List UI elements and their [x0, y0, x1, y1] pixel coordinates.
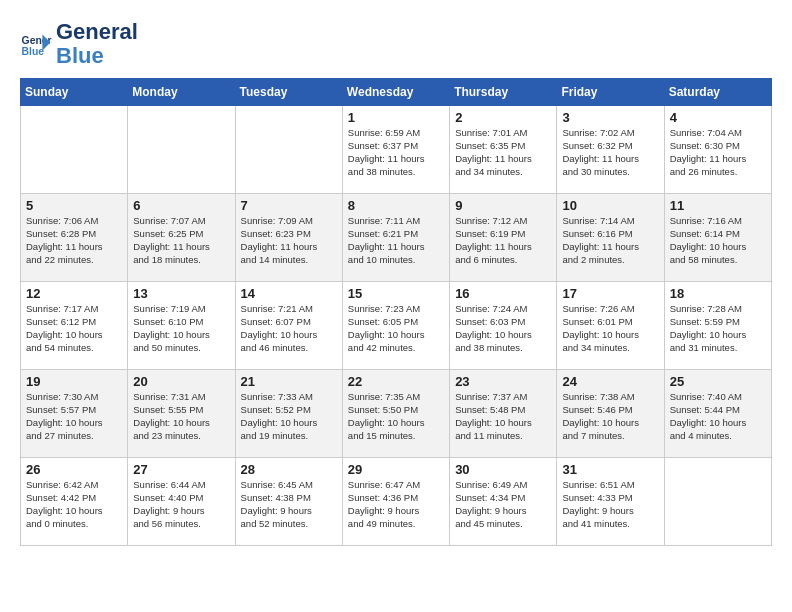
cell-info: Sunrise: 6:49 AM Sunset: 4:34 PM Dayligh…	[455, 479, 551, 530]
calendar-cell: 27Sunrise: 6:44 AM Sunset: 4:40 PM Dayli…	[128, 458, 235, 546]
calendar-cell: 26Sunrise: 6:42 AM Sunset: 4:42 PM Dayli…	[21, 458, 128, 546]
day-number: 11	[670, 198, 766, 213]
day-number: 10	[562, 198, 658, 213]
calendar-table: SundayMondayTuesdayWednesdayThursdayFrid…	[20, 78, 772, 546]
cell-info: Sunrise: 7:14 AM Sunset: 6:16 PM Dayligh…	[562, 215, 658, 266]
day-number: 26	[26, 462, 122, 477]
calendar-cell	[21, 106, 128, 194]
cell-info: Sunrise: 7:40 AM Sunset: 5:44 PM Dayligh…	[670, 391, 766, 442]
weekday-header-tuesday: Tuesday	[235, 79, 342, 106]
calendar-cell: 15Sunrise: 7:23 AM Sunset: 6:05 PM Dayli…	[342, 282, 449, 370]
logo: General Blue GeneralBlue	[20, 20, 138, 68]
cell-info: Sunrise: 7:28 AM Sunset: 5:59 PM Dayligh…	[670, 303, 766, 354]
day-number: 17	[562, 286, 658, 301]
day-number: 20	[133, 374, 229, 389]
cell-info: Sunrise: 7:16 AM Sunset: 6:14 PM Dayligh…	[670, 215, 766, 266]
weekday-header-monday: Monday	[128, 79, 235, 106]
calendar-cell: 30Sunrise: 6:49 AM Sunset: 4:34 PM Dayli…	[450, 458, 557, 546]
cell-info: Sunrise: 7:04 AM Sunset: 6:30 PM Dayligh…	[670, 127, 766, 178]
day-number: 29	[348, 462, 444, 477]
day-number: 21	[241, 374, 337, 389]
page-header: General Blue GeneralBlue	[20, 20, 772, 68]
cell-info: Sunrise: 7:26 AM Sunset: 6:01 PM Dayligh…	[562, 303, 658, 354]
calendar-cell: 17Sunrise: 7:26 AM Sunset: 6:01 PM Dayli…	[557, 282, 664, 370]
calendar-cell: 19Sunrise: 7:30 AM Sunset: 5:57 PM Dayli…	[21, 370, 128, 458]
calendar-cell: 6Sunrise: 7:07 AM Sunset: 6:25 PM Daylig…	[128, 194, 235, 282]
weekday-header-sunday: Sunday	[21, 79, 128, 106]
day-number: 6	[133, 198, 229, 213]
calendar-cell: 20Sunrise: 7:31 AM Sunset: 5:55 PM Dayli…	[128, 370, 235, 458]
day-number: 23	[455, 374, 551, 389]
cell-info: Sunrise: 6:42 AM Sunset: 4:42 PM Dayligh…	[26, 479, 122, 530]
day-number: 9	[455, 198, 551, 213]
calendar-cell: 1Sunrise: 6:59 AM Sunset: 6:37 PM Daylig…	[342, 106, 449, 194]
weekday-header-saturday: Saturday	[664, 79, 771, 106]
cell-info: Sunrise: 7:02 AM Sunset: 6:32 PM Dayligh…	[562, 127, 658, 178]
day-number: 5	[26, 198, 122, 213]
calendar-cell: 3Sunrise: 7:02 AM Sunset: 6:32 PM Daylig…	[557, 106, 664, 194]
calendar-cell: 13Sunrise: 7:19 AM Sunset: 6:10 PM Dayli…	[128, 282, 235, 370]
weekday-header-wednesday: Wednesday	[342, 79, 449, 106]
calendar-cell	[664, 458, 771, 546]
day-number: 30	[455, 462, 551, 477]
calendar-cell: 24Sunrise: 7:38 AM Sunset: 5:46 PM Dayli…	[557, 370, 664, 458]
logo-text: GeneralBlue	[56, 20, 138, 68]
cell-info: Sunrise: 7:19 AM Sunset: 6:10 PM Dayligh…	[133, 303, 229, 354]
calendar-cell: 2Sunrise: 7:01 AM Sunset: 6:35 PM Daylig…	[450, 106, 557, 194]
cell-info: Sunrise: 7:38 AM Sunset: 5:46 PM Dayligh…	[562, 391, 658, 442]
calendar-cell: 7Sunrise: 7:09 AM Sunset: 6:23 PM Daylig…	[235, 194, 342, 282]
day-number: 12	[26, 286, 122, 301]
calendar-cell: 4Sunrise: 7:04 AM Sunset: 6:30 PM Daylig…	[664, 106, 771, 194]
calendar-cell: 10Sunrise: 7:14 AM Sunset: 6:16 PM Dayli…	[557, 194, 664, 282]
cell-info: Sunrise: 7:09 AM Sunset: 6:23 PM Dayligh…	[241, 215, 337, 266]
day-number: 7	[241, 198, 337, 213]
cell-info: Sunrise: 6:45 AM Sunset: 4:38 PM Dayligh…	[241, 479, 337, 530]
cell-info: Sunrise: 7:17 AM Sunset: 6:12 PM Dayligh…	[26, 303, 122, 354]
day-number: 15	[348, 286, 444, 301]
cell-info: Sunrise: 7:37 AM Sunset: 5:48 PM Dayligh…	[455, 391, 551, 442]
calendar-cell	[128, 106, 235, 194]
cell-info: Sunrise: 7:06 AM Sunset: 6:28 PM Dayligh…	[26, 215, 122, 266]
day-number: 14	[241, 286, 337, 301]
calendar-cell	[235, 106, 342, 194]
cell-info: Sunrise: 6:51 AM Sunset: 4:33 PM Dayligh…	[562, 479, 658, 530]
calendar-cell: 28Sunrise: 6:45 AM Sunset: 4:38 PM Dayli…	[235, 458, 342, 546]
logo-icon: General Blue	[20, 28, 52, 60]
calendar-cell: 18Sunrise: 7:28 AM Sunset: 5:59 PM Dayli…	[664, 282, 771, 370]
weekday-header-thursday: Thursday	[450, 79, 557, 106]
day-number: 4	[670, 110, 766, 125]
day-number: 13	[133, 286, 229, 301]
cell-info: Sunrise: 7:07 AM Sunset: 6:25 PM Dayligh…	[133, 215, 229, 266]
cell-info: Sunrise: 7:31 AM Sunset: 5:55 PM Dayligh…	[133, 391, 229, 442]
day-number: 18	[670, 286, 766, 301]
day-number: 24	[562, 374, 658, 389]
cell-info: Sunrise: 7:21 AM Sunset: 6:07 PM Dayligh…	[241, 303, 337, 354]
cell-info: Sunrise: 7:23 AM Sunset: 6:05 PM Dayligh…	[348, 303, 444, 354]
day-number: 25	[670, 374, 766, 389]
calendar-cell: 8Sunrise: 7:11 AM Sunset: 6:21 PM Daylig…	[342, 194, 449, 282]
day-number: 16	[455, 286, 551, 301]
day-number: 3	[562, 110, 658, 125]
calendar-cell: 9Sunrise: 7:12 AM Sunset: 6:19 PM Daylig…	[450, 194, 557, 282]
cell-info: Sunrise: 7:33 AM Sunset: 5:52 PM Dayligh…	[241, 391, 337, 442]
cell-info: Sunrise: 7:24 AM Sunset: 6:03 PM Dayligh…	[455, 303, 551, 354]
calendar-cell: 14Sunrise: 7:21 AM Sunset: 6:07 PM Dayli…	[235, 282, 342, 370]
day-number: 27	[133, 462, 229, 477]
calendar-cell: 29Sunrise: 6:47 AM Sunset: 4:36 PM Dayli…	[342, 458, 449, 546]
day-number: 8	[348, 198, 444, 213]
cell-info: Sunrise: 6:44 AM Sunset: 4:40 PM Dayligh…	[133, 479, 229, 530]
day-number: 1	[348, 110, 444, 125]
day-number: 22	[348, 374, 444, 389]
day-number: 2	[455, 110, 551, 125]
calendar-cell: 11Sunrise: 7:16 AM Sunset: 6:14 PM Dayli…	[664, 194, 771, 282]
calendar-cell: 23Sunrise: 7:37 AM Sunset: 5:48 PM Dayli…	[450, 370, 557, 458]
cell-info: Sunrise: 6:59 AM Sunset: 6:37 PM Dayligh…	[348, 127, 444, 178]
day-number: 19	[26, 374, 122, 389]
cell-info: Sunrise: 7:35 AM Sunset: 5:50 PM Dayligh…	[348, 391, 444, 442]
day-number: 31	[562, 462, 658, 477]
calendar-cell: 31Sunrise: 6:51 AM Sunset: 4:33 PM Dayli…	[557, 458, 664, 546]
calendar-cell: 21Sunrise: 7:33 AM Sunset: 5:52 PM Dayli…	[235, 370, 342, 458]
cell-info: Sunrise: 7:30 AM Sunset: 5:57 PM Dayligh…	[26, 391, 122, 442]
calendar-cell: 22Sunrise: 7:35 AM Sunset: 5:50 PM Dayli…	[342, 370, 449, 458]
calendar-cell: 12Sunrise: 7:17 AM Sunset: 6:12 PM Dayli…	[21, 282, 128, 370]
